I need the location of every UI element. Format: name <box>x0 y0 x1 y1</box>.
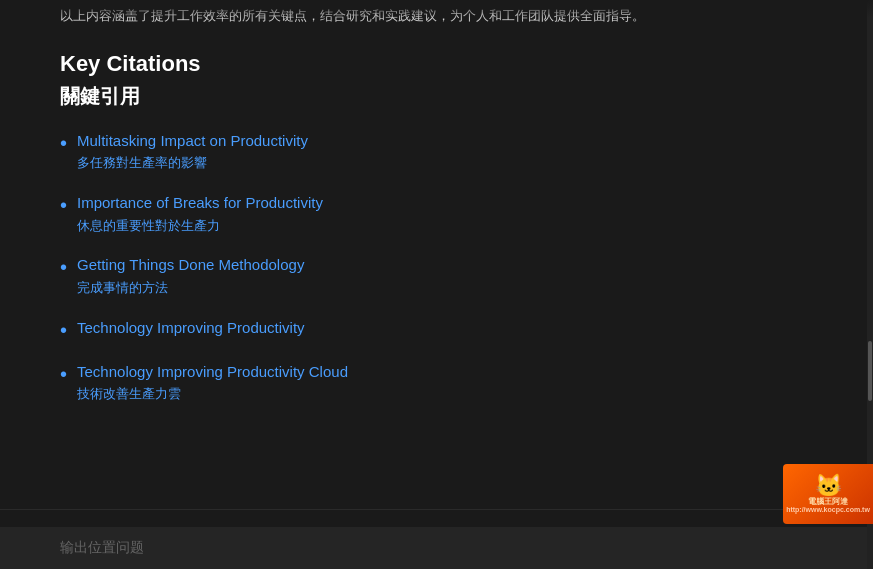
watermark-icon: 🐱 <box>815 475 842 497</box>
citation-content: Multitasking Impact on Productivity多任務對生… <box>77 130 308 174</box>
page-wrapper: 以上内容涵盖了提升工作效率的所有关键点，结合研究和实践建议，为个人和工作团队提供… <box>0 0 873 569</box>
list-item: •Technology Improving Productivity Cloud… <box>60 361 813 405</box>
citation-link[interactable]: Technology Improving Productivity Cloud <box>77 361 348 384</box>
bullet-icon: • <box>60 317 67 343</box>
citation-zh-text: 技術改善生產力雲 <box>77 384 348 405</box>
section-title-en: Key Citations <box>60 51 813 77</box>
bullet-icon: • <box>60 130 67 156</box>
citation-link[interactable]: Importance of Breaks for Productivity <box>77 192 323 215</box>
bullet-icon: • <box>60 254 67 280</box>
content-area: 以上内容涵盖了提升工作效率的所有关键点，结合研究和实践建议，为个人和工作团队提供… <box>0 0 873 509</box>
citations-list: •Multitasking Impact on Productivity多任務對… <box>60 130 813 405</box>
watermark-title: 電腦王阿達 <box>808 497 848 507</box>
list-item: •Importance of Breaks for Productivity休息… <box>60 192 813 236</box>
citation-link[interactable]: Technology Improving Productivity <box>77 317 305 340</box>
citation-content: Importance of Breaks for Productivity休息的… <box>77 192 323 236</box>
top-fade <box>0 0 873 18</box>
bullet-icon: • <box>60 192 67 218</box>
citation-content: Getting Things Done Methodology完成事情的方法 <box>77 254 304 298</box>
bullet-icon: • <box>60 361 67 387</box>
citation-link[interactable]: Getting Things Done Methodology <box>77 254 304 277</box>
input-bar: 输出位置问题 <box>0 527 873 569</box>
list-item: •Technology Improving Productivity <box>60 317 813 343</box>
citation-content: Technology Improving Productivity <box>77 317 305 340</box>
citation-zh-text: 多任務對生產率的影響 <box>77 153 308 174</box>
section-title-zh: 關鍵引用 <box>60 83 813 110</box>
list-item: •Getting Things Done Methodology完成事情的方法 <box>60 254 813 298</box>
watermark-url: http://www.kocpc.com.tw <box>786 506 870 513</box>
citation-zh-text: 完成事情的方法 <box>77 278 304 299</box>
input-placeholder: 输出位置问题 <box>60 539 144 557</box>
watermark: 🐱 電腦王阿達 http://www.kocpc.com.tw <box>783 464 873 524</box>
citation-zh-text: 休息的重要性對於生產力 <box>77 216 323 237</box>
list-item: •Multitasking Impact on Productivity多任務對… <box>60 130 813 174</box>
scrollbar-thumb[interactable] <box>868 341 872 401</box>
citation-link[interactable]: Multitasking Impact on Productivity <box>77 130 308 153</box>
citation-content: Technology Improving Productivity Cloud技… <box>77 361 348 405</box>
